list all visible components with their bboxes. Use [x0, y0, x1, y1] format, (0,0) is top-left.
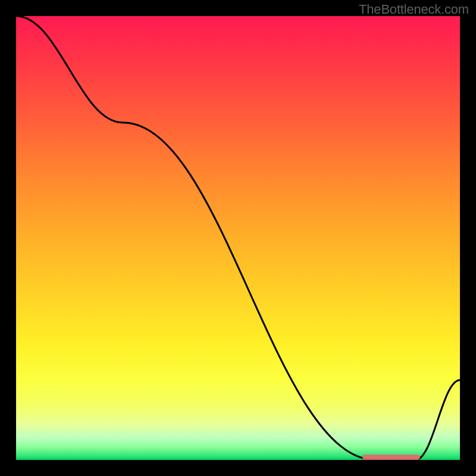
- watermark-text: TheBottleneck.com: [359, 2, 469, 17]
- highlight-marker: [362, 455, 420, 460]
- plot-area: [16, 16, 460, 460]
- chart-frame: TheBottleneck.com: [0, 0, 476, 476]
- line-curve: [16, 16, 460, 460]
